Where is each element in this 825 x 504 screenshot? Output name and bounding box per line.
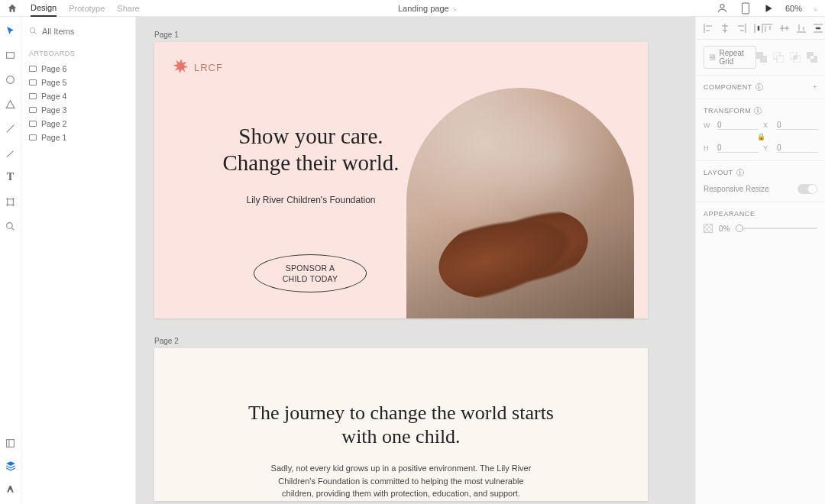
- info-icon[interactable]: i: [736, 169, 744, 176]
- boolean-subtract-icon[interactable]: [773, 52, 784, 63]
- artboard-item-label: Page 1: [41, 133, 66, 142]
- artboard-icon: [29, 66, 37, 72]
- document-title[interactable]: Landing page ⌄: [140, 4, 717, 13]
- opacity-slider[interactable]: [736, 228, 817, 229]
- home-icon[interactable]: [6, 2, 18, 15]
- repeat-grid-label: Repeat Grid: [720, 49, 750, 66]
- pen-tool-icon[interactable]: [5, 147, 17, 159]
- avatar-icon[interactable]: [717, 2, 729, 15]
- chevron-down-icon: ⌄: [452, 5, 458, 12]
- page-label[interactable]: Page 2: [154, 337, 677, 345]
- cta-line: CHILD TODAY: [283, 274, 338, 283]
- artboard-item[interactable]: Page 6: [29, 62, 128, 76]
- mobile-preview-icon[interactable]: [739, 2, 752, 15]
- align-bottom-icon[interactable]: [797, 24, 806, 33]
- ellipse-tool-icon[interactable]: [5, 73, 17, 86]
- svg-point-7: [30, 27, 34, 32]
- y-input[interactable]: [777, 144, 818, 153]
- svg-rect-8: [710, 55, 713, 57]
- tab-prototype[interactable]: Prototype: [69, 1, 105, 16]
- artboard-item[interactable]: Page 2: [29, 117, 128, 131]
- y-label: Y: [763, 144, 772, 152]
- search-icon: [29, 27, 37, 35]
- svg-rect-15: [777, 56, 784, 63]
- play-icon[interactable]: [762, 2, 775, 15]
- hero-headline: Show your care. Change their world.: [192, 123, 429, 176]
- polygon-tool-icon[interactable]: [5, 98, 17, 110]
- page2-body: Sadly, not every kid grows up in a posit…: [264, 462, 539, 500]
- svg-point-5: [7, 222, 13, 228]
- svg-rect-18: [794, 56, 797, 59]
- select-tool-icon[interactable]: [5, 24, 17, 37]
- svg-rect-10: [710, 58, 713, 60]
- x-label: X: [763, 121, 772, 129]
- tab-share[interactable]: Share: [117, 1, 139, 16]
- zoom-tool-icon[interactable]: [5, 220, 17, 232]
- line-tool-icon[interactable]: [5, 122, 17, 134]
- svg-rect-6: [7, 439, 15, 447]
- artboard-page-1[interactable]: LRCF Show your care. Change their world.…: [154, 42, 648, 318]
- svg-point-3: [7, 76, 15, 83]
- height-input[interactable]: [717, 144, 759, 153]
- boolean-exclude-icon[interactable]: [807, 52, 817, 63]
- document-title-text: Landing page: [398, 4, 449, 13]
- width-input[interactable]: [717, 121, 759, 130]
- boolean-add-icon[interactable]: [756, 52, 767, 63]
- info-icon[interactable]: i: [755, 83, 763, 91]
- lock-aspect-icon[interactable]: 🔒: [704, 133, 818, 141]
- height-label: H: [704, 144, 713, 152]
- transform-section-label: TRANSFORM: [704, 107, 751, 115]
- align-left-icon[interactable]: [704, 24, 713, 33]
- artboard-item[interactable]: Page 3: [29, 103, 128, 117]
- plugins-icon[interactable]: [5, 483, 17, 495]
- artboard-item[interactable]: Page 4: [29, 89, 128, 103]
- artboard-item-label: Page 6: [41, 64, 66, 73]
- artboard-item[interactable]: Page 5: [29, 76, 128, 89]
- canvas[interactable]: Page 1 LRCF Show your care. Change their…: [136, 17, 695, 504]
- artboard-icon: [29, 107, 37, 113]
- chevron-down-icon[interactable]: ⌄: [813, 5, 819, 12]
- width-label: W: [704, 121, 713, 129]
- artboard-page-2[interactable]: The journey to change the world starts w…: [154, 348, 648, 501]
- info-icon[interactable]: i: [754, 107, 762, 115]
- svg-rect-2: [7, 52, 15, 58]
- rectangle-tool-icon[interactable]: [5, 49, 17, 61]
- page-label[interactable]: Page 1: [154, 31, 677, 39]
- x-input[interactable]: [777, 121, 818, 130]
- boolean-intersect-icon[interactable]: [790, 52, 801, 63]
- zoom-level[interactable]: 60%: [785, 4, 802, 13]
- svg-rect-13: [760, 56, 767, 63]
- responsive-resize-label: Responsive Resize: [704, 185, 769, 193]
- svg-rect-1: [742, 3, 749, 14]
- opacity-value: 0%: [719, 225, 730, 233]
- layers-icon[interactable]: [5, 460, 17, 472]
- layers-search-input[interactable]: [42, 27, 147, 36]
- page2-headline: The journey to change the world starts w…: [241, 402, 561, 448]
- tab-design[interactable]: Design: [31, 0, 57, 17]
- artboard-tool-icon[interactable]: [5, 195, 17, 208]
- logo: LRCF: [173, 59, 223, 76]
- artboard-icon: [29, 134, 37, 141]
- hero-subheadline: Lily River Children's Foundation: [192, 195, 429, 205]
- artboard-icon: [29, 93, 37, 99]
- align-top-icon[interactable]: [763, 24, 772, 33]
- headline-line: Show your care.: [238, 124, 383, 148]
- responsive-resize-toggle[interactable]: [798, 184, 817, 194]
- svg-point-0: [720, 5, 724, 8]
- artboard-icon: [29, 79, 37, 86]
- svg-rect-11: [713, 58, 715, 60]
- headline-line: Change their world.: [222, 150, 399, 175]
- assets-icon[interactable]: [5, 437, 17, 449]
- repeat-grid-button[interactable]: Repeat Grid: [704, 46, 756, 69]
- text-tool-icon[interactable]: T: [5, 171, 17, 183]
- add-component-button[interactable]: +: [813, 83, 817, 91]
- artboard-item[interactable]: Page 1: [29, 131, 128, 144]
- artboard-item-label: Page 2: [41, 119, 66, 128]
- align-middle-icon[interactable]: [780, 24, 789, 33]
- opacity-swatch[interactable]: [704, 224, 713, 233]
- artboard-icon: [29, 121, 37, 127]
- align-right-icon[interactable]: [737, 24, 746, 33]
- align-center-h-icon[interactable]: [720, 24, 730, 33]
- distribute-h-icon[interactable]: [754, 24, 763, 33]
- distribute-v-icon[interactable]: [814, 24, 823, 33]
